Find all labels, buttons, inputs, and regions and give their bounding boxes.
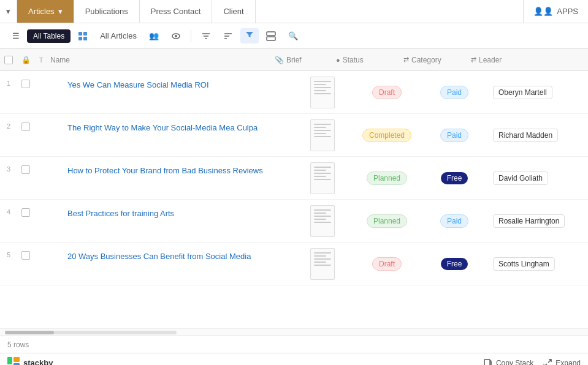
brief-doc-4 [310,248,335,280]
table-row[interactable]: 3 How to Protect Your Brand from Bad Bus… [0,157,588,200]
people-icon-button[interactable]: 👥 [144,29,164,43]
table-row[interactable]: 2 The Right Way to Make Your Social-Medi… [0,114,588,157]
row-brief-2[interactable] [292,157,353,199]
svg-rect-0 [78,32,82,36]
bottom-bar: stackby Copy Stack Expand [0,353,588,365]
row-check-0[interactable] [17,80,34,88]
all-articles-button[interactable]: All Articles [95,29,142,43]
row-brief-3[interactable] [292,200,353,242]
row-name-3[interactable]: Best Practices for training Arts [65,200,292,242]
leader-icon: ⇄ [471,56,476,64]
svg-rect-1 [83,32,87,36]
table-row[interactable]: 5 20 Ways Businesses Can Benefit from So… [0,243,588,285]
brief-doc-2 [310,162,335,194]
row-left-4: 5 [0,243,65,285]
active-filter-button[interactable] [240,28,259,43]
all-tables-button[interactable]: All Tables [27,29,71,43]
row-name-1[interactable]: The Right Way to Make Your Social-Media … [65,114,292,156]
eye-icon-button[interactable] [166,29,186,43]
apps-button[interactable]: 👤👤 APPS [523,0,588,23]
status-bar: 5 rows [0,336,588,353]
select-all-checkbox[interactable] [4,56,13,64]
expand-icon [543,359,552,366]
row-check-1[interactable] [17,122,34,131]
category-badge-4: Free [441,258,468,270]
row-number-4: 5 [0,251,17,258]
row-number-3: 4 [0,208,17,216]
leader-tag-4: Scotts Lingham [493,257,555,271]
leader-tag-3: Rosalie Harrington [493,214,565,228]
row-check-3[interactable] [17,208,34,217]
header-check [0,56,17,64]
row-left-3: 4 [0,200,65,242]
category-badge-0: Paid [440,86,468,99]
row-leader-1: Richard Madden [488,114,588,156]
stackby-logo-text: stackby [23,358,53,365]
copy-stack-button[interactable]: Copy Stack [484,359,533,366]
row-brief-4[interactable] [292,243,353,285]
tab-articles-label: Articles [28,7,55,16]
scrollbar-thumb[interactable] [5,331,54,334]
row-left-1: 2 [0,114,65,156]
tab-client-label: Client [223,7,243,16]
row-name-2[interactable]: How to Protect Your Brand from Bad Busin… [65,157,292,199]
table-row[interactable]: 4 Best Practices for training Arts Plann… [0,200,588,243]
apps-icon: 👤👤 [533,7,553,16]
search-button[interactable]: 🔍 [283,29,303,43]
filter-icon-button[interactable] [196,29,216,43]
header-status: ● Status [336,56,403,64]
row-name-4[interactable]: 20 Ways Businesses Can Benefit from Soci… [65,243,292,285]
svg-rect-15 [13,363,20,366]
row-check-2[interactable] [17,165,34,174]
row-brief-0[interactable] [292,71,353,113]
tab-articles[interactable]: Articles ▾ [17,0,74,23]
stackby-logo: stackby [7,357,53,366]
row-status-4: Draft [353,243,421,285]
copy-stack-label: Copy Stack [496,359,533,366]
scrollbar-row [0,328,588,336]
row-check-4[interactable] [17,251,34,260]
tab-client[interactable]: Client [212,0,255,23]
table-row[interactable]: 1 Yes We Can Measure Social Media ROI Dr… [0,71,588,114]
grid-icon-button[interactable] [73,29,93,43]
svg-rect-2 [78,37,82,40]
toolbar: ☰ All Tables All Articles 👥 [0,23,588,49]
svg-rect-13 [267,37,275,40]
leader-tag-2: David Goliath [493,171,548,185]
tab-press-contact[interactable]: Press Contact [140,0,213,23]
category-badge-3: Paid [440,214,468,228]
sort-icon-button[interactable] [218,29,238,43]
nav-chevron[interactable]: ▾ [0,0,17,23]
copy-icon [484,359,492,366]
row-left-2: 3 [0,157,65,199]
header-type: T [34,56,48,64]
row-status-1: Completed [353,114,421,156]
header-lock: 🔒 [17,56,34,64]
top-nav: ▾ Articles ▾ Publications Press Contact … [0,0,588,23]
svg-rect-17 [13,357,20,362]
expand-button[interactable]: Expand [543,359,581,366]
row-category-3: Paid [421,200,488,242]
tab-publications[interactable]: Publications [74,0,140,23]
svg-rect-12 [267,32,275,36]
row-leader-3: Rosalie Harrington [488,200,588,242]
row-leader-0: Oberyn Martell [488,71,588,113]
row-category-2: Free [421,157,488,199]
rows-count: 5 rows [7,341,29,349]
menu-button[interactable]: ☰ [7,29,25,43]
layout-icon-button[interactable] [261,29,281,43]
status-dot-icon: ● [336,56,340,64]
tab-articles-arrow: ▾ [58,7,63,16]
row-leader-4: Scotts Lingham [488,243,588,285]
row-name-0[interactable]: Yes We Can Measure Social Media ROI [65,71,292,113]
row-number-1: 2 [0,122,17,130]
brief-doc-1 [310,119,335,151]
leader-tag-0: Oberyn Martell [493,86,552,99]
brief-doc-0 [310,77,335,108]
svg-rect-19 [484,359,490,366]
category-icon: ⇄ [403,56,409,64]
scrollbar-track[interactable] [5,331,177,334]
row-brief-1[interactable] [292,114,353,156]
leader-tag-1: Richard Madden [493,129,558,142]
expand-label: Expand [556,359,581,366]
